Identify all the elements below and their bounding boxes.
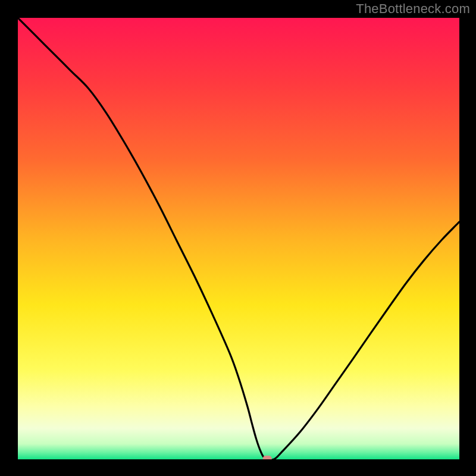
chart-svg bbox=[0, 0, 476, 476]
optimal-marker bbox=[263, 456, 272, 462]
watermark-text: TheBottleneck.com bbox=[356, 1, 470, 17]
chart-root: { "watermark": "TheBottleneck.com", "cha… bbox=[0, 0, 476, 476]
